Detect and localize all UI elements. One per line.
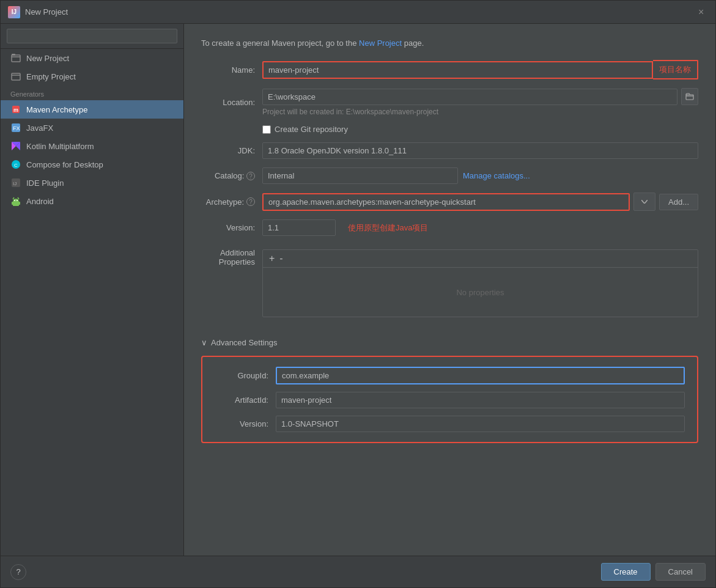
git-checkbox-label[interactable]: Create Git repository (275, 125, 348, 134)
name-row: Name: 项目名称 (201, 60, 698, 79)
adv-version-input[interactable] (276, 416, 685, 432)
additional-props-wrapper: + - No properties (262, 244, 698, 329)
empty-project-icon (10, 71, 21, 82)
info-line: To create a general Maven project, go to… (201, 39, 698, 48)
svg-line-20 (18, 197, 19, 199)
sidebar: New Project Empty Project Generators m (1, 24, 184, 556)
adv-version-label: Version: (215, 419, 276, 428)
sidebar-item-android-label: Android (26, 197, 54, 206)
jdk-label: JDK: (201, 146, 262, 155)
sidebar-item-maven-archetype[interactable]: m Maven Archetype (1, 100, 183, 119)
close-button[interactable]: × (698, 7, 708, 17)
svg-point-17 (14, 200, 15, 201)
ide-plugin-icon: IJ (10, 177, 21, 188)
catalog-select[interactable]: Internal (262, 167, 458, 184)
version-field-wrapper: 1.1 使用原型创建Java项目 (262, 219, 698, 236)
archetype-dropdown-button[interactable] (633, 193, 655, 211)
footer-right: Create Cancel (601, 563, 706, 581)
version-annotation: 使用原型创建Java项目 (348, 222, 428, 233)
cancel-button[interactable]: Cancel (655, 563, 706, 581)
sidebar-item-compose-label: Compose for Desktop (26, 160, 103, 169)
sidebar-item-kotlin-multiplatform[interactable]: Kotlin Multiplatform (1, 137, 183, 155)
sidebar-item-new-project[interactable]: New Project (1, 49, 183, 67)
manage-catalogs-link[interactable]: Manage catalogs... (463, 171, 530, 180)
jdk-select[interactable]: 1.8 Oracle OpenJDK version 1.8.0_111 (262, 142, 698, 159)
svg-text:IJ: IJ (13, 181, 17, 186)
folder-browse-button[interactable] (681, 88, 698, 105)
title-bar: IJ New Project × (1, 1, 715, 24)
svg-rect-21 (686, 95, 693, 100)
additional-props-label: Additional Properties (201, 244, 262, 266)
dialog-title: New Project (25, 7, 68, 17)
help-button[interactable]: ? (10, 564, 26, 580)
name-field-wrapper: 项目名称 (262, 60, 698, 79)
name-label: Name: (201, 65, 262, 75)
add-archetype-button[interactable]: Add... (659, 194, 698, 210)
advanced-settings-title: Advanced Settings (211, 338, 277, 347)
sidebar-item-compose-desktop[interactable]: C Compose for Desktop (1, 155, 183, 174)
kotlin-multiplatform-icon (10, 141, 21, 152)
version-row: Version: 1.1 使用原型创建Java项目 (201, 219, 698, 236)
artifact-id-input[interactable] (276, 392, 685, 408)
advanced-settings: ∨ Advanced Settings GroupId: ArtifactId:… (201, 338, 698, 443)
sidebar-item-new-project-label: New Project (26, 54, 69, 63)
android-icon (10, 196, 21, 207)
footer-left: ? (10, 564, 26, 580)
name-input[interactable] (262, 61, 653, 79)
sidebar-item-android[interactable]: Android (1, 192, 183, 210)
additional-props-container: + - No properties (262, 249, 698, 317)
sidebar-item-maven-archetype-label: Maven Archetype (26, 105, 87, 114)
search-input[interactable] (7, 29, 177, 43)
archetype-help-icon[interactable]: ? (246, 197, 255, 206)
archetype-label: Archetype: ? (201, 197, 262, 207)
sidebar-item-javafx-label: JavaFX (26, 123, 53, 133)
search-box (1, 24, 183, 49)
git-checkbox-row: Create Git repository (262, 125, 698, 134)
svg-rect-1 (12, 54, 15, 56)
sidebar-item-kotlin-label: Kotlin Multiplatform (26, 142, 94, 151)
archetype-input[interactable] (262, 193, 630, 211)
compose-desktop-icon: C (10, 159, 21, 170)
sidebar-item-ide-plugin-label: IDE Plugin (26, 178, 64, 188)
svg-rect-2 (12, 73, 20, 80)
archetype-row: Archetype: ? Add... (201, 193, 698, 211)
location-input[interactable] (262, 89, 677, 105)
add-property-button[interactable]: + (269, 254, 275, 263)
dialog-body: New Project Empty Project Generators m (1, 24, 715, 556)
svg-text:C: C (14, 163, 18, 168)
sidebar-item-ide-plugin[interactable]: IJ IDE Plugin (1, 174, 183, 192)
svg-text:FX: FX (13, 125, 20, 131)
new-project-link[interactable]: New Project (359, 39, 402, 48)
title-bar-left: IJ New Project (8, 6, 68, 18)
props-toolbar: + - (263, 250, 698, 268)
catalog-row: Catalog: ? Internal Manage catalogs... (201, 167, 698, 184)
svg-point-18 (17, 200, 18, 201)
svg-text:m: m (13, 107, 18, 113)
group-id-input[interactable] (276, 367, 685, 384)
advanced-settings-body: GroupId: ArtifactId: Version: (201, 356, 698, 443)
location-label: Location: (201, 98, 262, 107)
create-button[interactable]: Create (601, 563, 651, 581)
jdk-row: JDK: 1.8 Oracle OpenJDK version 1.8.0_11… (201, 142, 698, 159)
svg-rect-0 (12, 55, 20, 62)
new-project-icon (10, 53, 21, 64)
sidebar-item-empty-project[interactable]: Empty Project (1, 67, 183, 86)
artifact-id-label: ArtifactId: (215, 395, 276, 405)
new-project-dialog: IJ New Project × New Project (0, 0, 716, 588)
catalog-help-icon[interactable]: ? (246, 172, 255, 180)
version-label: Version: (201, 223, 262, 232)
generators-label: Generators (1, 86, 183, 100)
advanced-collapse-icon: ∨ (201, 338, 207, 347)
version-select[interactable]: 1.1 (262, 219, 336, 236)
git-checkbox[interactable] (262, 125, 271, 134)
app-icon: IJ (8, 6, 20, 18)
group-id-row: GroupId: (215, 367, 685, 384)
location-row: Location: Project will be created in: E (201, 88, 698, 116)
maven-archetype-icon: m (10, 104, 21, 115)
svg-line-19 (13, 197, 14, 199)
sidebar-item-javafx[interactable]: FX JavaFX (1, 119, 183, 137)
location-hint: Project will be created in: E:\workspace… (262, 108, 698, 116)
dialog-footer: ? Create Cancel (1, 556, 715, 587)
remove-property-button[interactable]: - (279, 254, 282, 263)
advanced-settings-header[interactable]: ∨ Advanced Settings (201, 338, 698, 347)
